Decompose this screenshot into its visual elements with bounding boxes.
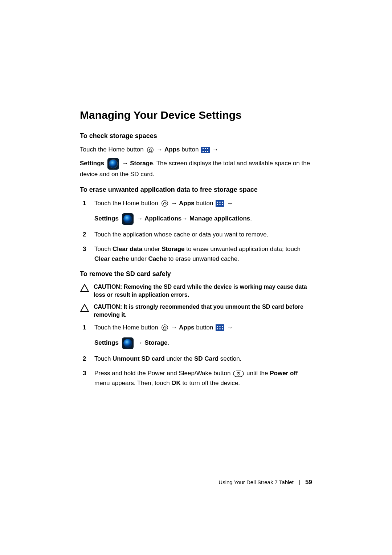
storage-label: Storage bbox=[144, 339, 167, 346]
caution-body: Removing the SD card while the device is… bbox=[94, 284, 307, 298]
text: until the bbox=[246, 370, 270, 377]
caution-body: It is strongly recommended that you unmo… bbox=[94, 304, 303, 318]
settings-label: Settings bbox=[94, 215, 121, 222]
svg-rect-13 bbox=[217, 202, 218, 203]
caution-text: CAUTION: It is strongly recommended that… bbox=[94, 303, 312, 319]
arrow-icon: → bbox=[137, 339, 143, 346]
caution-text: CAUTION: Removing the SD card while the … bbox=[94, 283, 312, 299]
apps-grid-icon bbox=[216, 200, 224, 207]
svg-rect-18 bbox=[222, 204, 223, 205]
svg-point-11 bbox=[162, 200, 168, 207]
text: Touch the Home button bbox=[94, 324, 160, 331]
apps-grid-icon bbox=[201, 147, 210, 153]
home-icon bbox=[147, 147, 154, 153]
list-item: Touch Clear data under Storage to erase … bbox=[94, 244, 312, 264]
settings-label: Settings bbox=[80, 160, 106, 167]
svg-point-0 bbox=[147, 147, 153, 153]
erase-steps-list: Touch the Home button → Apps button → Se… bbox=[94, 199, 312, 264]
text: . bbox=[250, 215, 252, 222]
apps-label: Apps bbox=[179, 200, 195, 207]
svg-point-20 bbox=[123, 215, 132, 223]
text: . bbox=[168, 339, 170, 346]
svg-rect-17 bbox=[220, 204, 221, 205]
svg-rect-28 bbox=[222, 328, 223, 329]
arrow-icon: → bbox=[212, 146, 219, 153]
svg-rect-16 bbox=[217, 204, 218, 205]
svg-rect-1 bbox=[201, 147, 210, 153]
apps-label: Apps bbox=[164, 146, 180, 153]
clear-data-label: Clear data bbox=[113, 246, 142, 252]
svg-rect-26 bbox=[217, 328, 218, 329]
caution-block-1: CAUTION: Removing the SD card while the … bbox=[80, 283, 312, 299]
section-heading-erase: To erase unwanted application data to fr… bbox=[80, 186, 312, 194]
clear-cache-label: Clear cache bbox=[94, 255, 129, 262]
text: menu appears. Then, touch bbox=[94, 380, 171, 386]
settings-label: Settings bbox=[94, 339, 121, 346]
svg-rect-5 bbox=[203, 151, 204, 152]
svg-rect-6 bbox=[205, 151, 206, 152]
arrow-icon: → bbox=[181, 215, 188, 222]
power-button-icon bbox=[233, 370, 244, 377]
svg-rect-4 bbox=[207, 148, 208, 149]
settings-icon bbox=[122, 213, 134, 225]
arrow-icon: → bbox=[227, 200, 233, 207]
text: under bbox=[142, 246, 162, 252]
home-icon bbox=[162, 200, 168, 207]
text: button bbox=[196, 324, 215, 331]
svg-point-30 bbox=[123, 339, 132, 348]
arrow-icon: → bbox=[171, 200, 177, 207]
svg-rect-12 bbox=[216, 200, 224, 207]
text: to erase unwanted application data; touc… bbox=[185, 246, 301, 252]
text: Touch bbox=[94, 355, 113, 362]
storage-label: Storage bbox=[162, 246, 184, 252]
section-heading-storage: To check storage spaces bbox=[80, 132, 312, 140]
text: section. bbox=[219, 355, 241, 362]
svg-rect-27 bbox=[220, 328, 221, 329]
text: Touch bbox=[94, 246, 113, 252]
footer-label: Using Your Dell Streak 7 Tablet bbox=[219, 479, 294, 485]
applications-label: Applications bbox=[144, 215, 181, 222]
settings-icon bbox=[107, 158, 119, 170]
text: Touch the Home button bbox=[94, 200, 160, 207]
page-number: 59 bbox=[305, 479, 312, 486]
storage-label: Storage bbox=[130, 160, 153, 167]
svg-point-21 bbox=[162, 325, 168, 331]
apps-grid-icon bbox=[216, 324, 224, 331]
list-item: Press and hold the Power and Sleep/Wake … bbox=[94, 369, 312, 388]
caution-triangle-icon bbox=[80, 304, 89, 314]
svg-rect-15 bbox=[222, 202, 223, 203]
home-icon bbox=[162, 324, 168, 331]
text: to turn off the device. bbox=[181, 380, 240, 386]
arrow-icon: → bbox=[171, 324, 177, 331]
svg-rect-14 bbox=[220, 202, 221, 203]
caution-label: CAUTION: bbox=[94, 284, 124, 290]
svg-rect-23 bbox=[217, 326, 218, 327]
list-item: Touch the Home button → Apps button → Se… bbox=[94, 323, 312, 349]
power-off-label: Power off bbox=[270, 370, 298, 377]
settings-icon bbox=[122, 337, 134, 349]
svg-rect-3 bbox=[205, 148, 206, 149]
caution-block-2: CAUTION: It is strongly recommended that… bbox=[80, 303, 312, 319]
text: button bbox=[196, 200, 215, 207]
ok-label: OK bbox=[171, 380, 181, 386]
caution-triangle-icon bbox=[80, 284, 89, 294]
svg-rect-22 bbox=[216, 324, 224, 331]
text: under the bbox=[165, 355, 194, 362]
svg-rect-2 bbox=[203, 148, 204, 149]
svg-rect-24 bbox=[220, 326, 221, 327]
apps-label: Apps bbox=[179, 324, 195, 331]
arrow-icon: → bbox=[122, 160, 128, 167]
text: Touch the Home button bbox=[80, 146, 146, 153]
caution-label: CAUTION: bbox=[94, 304, 124, 310]
section-heading-remove-sd: To remove the SD card safely bbox=[80, 270, 312, 278]
footer-separator: | bbox=[299, 479, 300, 485]
text: under bbox=[129, 255, 148, 262]
list-item: Touch Unmount SD card under the SD Card … bbox=[94, 354, 312, 364]
svg-rect-25 bbox=[222, 326, 223, 327]
arrow-icon: → bbox=[137, 215, 143, 222]
list-item: Touch the Home button → Apps button → Se… bbox=[94, 199, 312, 225]
unmount-sd-label: Unmount SD card bbox=[113, 355, 165, 362]
manage-applications-label: Manage applications bbox=[189, 215, 250, 222]
text: button bbox=[181, 146, 200, 153]
remove-sd-steps-list: Touch the Home button → Apps button → Se… bbox=[94, 323, 312, 388]
